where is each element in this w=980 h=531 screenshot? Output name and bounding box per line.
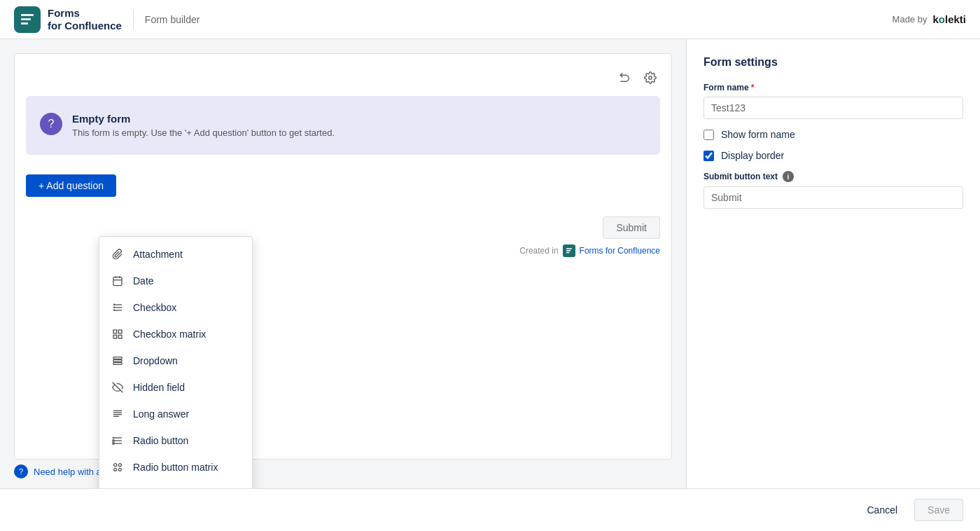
empty-form-content: Empty form This form is empty. Use the '…	[72, 113, 335, 138]
long-answer-label: Long answer	[133, 408, 189, 420]
info-icon: i	[783, 171, 794, 182]
dropdown-item-radio-button-matrix[interactable]: Radio button matrix	[99, 454, 252, 481]
checkbox-matrix-label: Checkbox matrix	[133, 329, 206, 340]
checkbox-label: Checkbox	[133, 302, 176, 313]
dropdown-icon	[111, 354, 125, 368]
dropdown-item-checkbox-matrix[interactable]: Checkbox matrix	[99, 321, 252, 347]
dropdown-label: Dropdown	[133, 355, 178, 366]
dialog-body: ? Empty form This form is empty. Use the…	[0, 39, 980, 488]
short-answer-icon	[111, 487, 125, 488]
svg-point-35	[118, 468, 121, 471]
svg-point-34	[114, 468, 117, 471]
hidden-field-icon	[111, 380, 125, 394]
dropdown-item-attachment[interactable]: Attachment	[99, 241, 252, 268]
display-border-label[interactable]: Display border	[721, 150, 784, 161]
attachment-label: Attachment	[133, 249, 183, 260]
dropdown-item-date[interactable]: Date	[99, 268, 252, 294]
display-border-row: Display border	[704, 150, 963, 161]
checkbox-matrix-icon	[111, 327, 125, 341]
made-by-text: Made by	[892, 14, 927, 25]
svg-rect-18	[113, 357, 122, 359]
radio-button-matrix-icon	[111, 460, 125, 474]
save-button[interactable]: Save	[914, 499, 963, 521]
svg-point-29	[113, 437, 115, 439]
settings-icon[interactable]	[640, 68, 660, 88]
radio-button-label: Radio button	[133, 435, 188, 446]
svg-rect-39	[566, 250, 570, 251]
footer-app-link[interactable]: Forms for Confluence	[580, 246, 660, 256]
add-question-button[interactable]: + Add question	[26, 174, 116, 197]
form-submit-area: Submit	[26, 208, 660, 239]
svg-rect-1	[21, 18, 31, 20]
svg-rect-15	[118, 330, 122, 333]
required-star: *	[751, 83, 755, 92]
form-name-input[interactable]	[704, 97, 963, 119]
date-icon	[111, 274, 125, 288]
checkbox-icon	[111, 301, 125, 315]
submit-button-text-field: Submit button text i	[704, 171, 963, 209]
cancel-button[interactable]: Cancel	[857, 499, 907, 520]
svg-rect-13	[113, 310, 115, 311]
footer-created-in: Created in	[519, 246, 558, 256]
display-border-checkbox[interactable]	[704, 151, 714, 161]
radio-button-icon	[111, 434, 125, 448]
dropdown-item-dropdown[interactable]: Dropdown	[99, 347, 252, 374]
settings-panel: Form settings Form name * Show form name…	[686, 39, 980, 488]
form-submit-button[interactable]: Submit	[603, 216, 660, 239]
empty-form-desc: This form is empty. Use the '+ Add quest…	[72, 127, 335, 138]
dialog-footer: Cancel Save	[0, 488, 980, 531]
hidden-field-label: Hidden field	[133, 382, 185, 393]
svg-rect-40	[566, 252, 570, 253]
app-name: Forms for Confluence	[48, 7, 122, 32]
empty-form-banner: ? Empty form This form is empty. Use the…	[26, 96, 660, 155]
submit-button-text-input[interactable]	[704, 186, 963, 209]
svg-point-32	[114, 464, 117, 467]
svg-point-33	[118, 464, 121, 467]
dropdown-item-hidden-field[interactable]: Hidden field	[99, 374, 252, 401]
help-icon: ?	[14, 464, 28, 478]
submit-button-text-label: Submit button text i	[704, 171, 963, 182]
form-builder-dialog: ? Empty form This form is empty. Use the…	[0, 39, 980, 531]
svg-rect-11	[113, 304, 115, 305]
settings-title: Form settings	[704, 56, 963, 69]
svg-rect-2	[21, 22, 28, 25]
form-name-label: Form name *	[704, 83, 963, 92]
show-form-name-checkbox[interactable]	[704, 130, 714, 140]
undo-icon[interactable]	[615, 68, 635, 88]
brand-name: kolekti	[932, 13, 966, 25]
svg-rect-38	[566, 248, 572, 249]
form-builder-panel: ? Empty form This form is empty. Use the…	[0, 39, 686, 488]
svg-rect-12	[113, 307, 115, 308]
show-form-name-row: Show form name	[704, 129, 963, 140]
radio-button-matrix-label: Radio button matrix	[133, 462, 218, 473]
svg-rect-17	[118, 335, 122, 338]
empty-form-icon: ?	[40, 113, 62, 135]
date-label: Date	[133, 275, 154, 287]
dropdown-item-checkbox[interactable]: Checkbox	[99, 294, 252, 321]
show-form-name-label[interactable]: Show form name	[721, 129, 795, 140]
dropdown-item-short-answer[interactable]: Short answer	[99, 481, 252, 488]
logo-icon	[14, 6, 41, 33]
form-name-field: Form name *	[704, 83, 963, 119]
app-header: Forms for Confluence Form builder Made b…	[0, 0, 980, 39]
svg-point-3	[649, 76, 652, 80]
attachment-icon	[111, 247, 125, 261]
dropdown-item-long-answer[interactable]: Long answer	[99, 401, 252, 427]
svg-rect-19	[113, 360, 122, 362]
long-answer-icon	[111, 407, 125, 421]
svg-rect-4	[113, 277, 122, 286]
question-type-dropdown: Attachment Date	[99, 236, 253, 488]
header-section-label: Form builder	[145, 14, 200, 25]
svg-rect-16	[113, 335, 117, 338]
svg-rect-0	[21, 14, 34, 16]
dropdown-item-radio-button[interactable]: Radio button	[99, 427, 252, 454]
empty-form-title: Empty form	[72, 113, 335, 125]
footer-logo	[563, 244, 575, 257]
form-canvas: ? Empty form This form is empty. Use the…	[14, 53, 672, 460]
header-right: Made by kolekti	[892, 13, 966, 25]
header-divider	[133, 10, 134, 29]
form-toolbar	[26, 65, 660, 96]
logo-area: Forms for Confluence	[14, 6, 122, 33]
svg-rect-14	[113, 330, 117, 333]
svg-rect-20	[113, 363, 122, 365]
